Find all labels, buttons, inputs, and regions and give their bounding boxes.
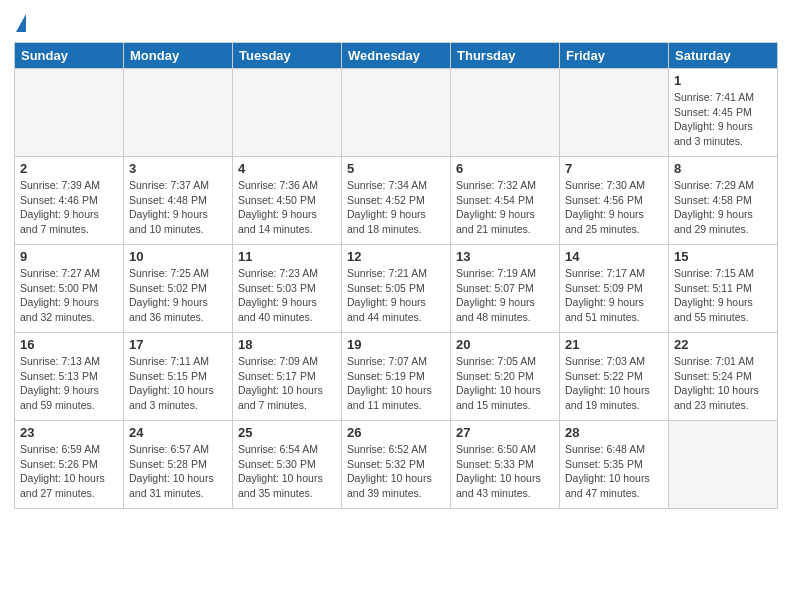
day-number: 14: [565, 249, 663, 264]
calendar-week-row: 1Sunrise: 7:41 AM Sunset: 4:45 PM Daylig…: [15, 69, 778, 157]
calendar-cell: 24Sunrise: 6:57 AM Sunset: 5:28 PM Dayli…: [124, 421, 233, 509]
calendar-cell: 21Sunrise: 7:03 AM Sunset: 5:22 PM Dayli…: [560, 333, 669, 421]
calendar-cell: 11Sunrise: 7:23 AM Sunset: 5:03 PM Dayli…: [233, 245, 342, 333]
day-info: Sunrise: 7:19 AM Sunset: 5:07 PM Dayligh…: [456, 266, 554, 325]
calendar-cell: 2Sunrise: 7:39 AM Sunset: 4:46 PM Daylig…: [15, 157, 124, 245]
weekday-header-thursday: Thursday: [451, 43, 560, 69]
calendar-cell: 25Sunrise: 6:54 AM Sunset: 5:30 PM Dayli…: [233, 421, 342, 509]
calendar-week-row: 9Sunrise: 7:27 AM Sunset: 5:00 PM Daylig…: [15, 245, 778, 333]
calendar-cell: [451, 69, 560, 157]
day-number: 23: [20, 425, 118, 440]
calendar-cell: 10Sunrise: 7:25 AM Sunset: 5:02 PM Dayli…: [124, 245, 233, 333]
day-number: 4: [238, 161, 336, 176]
day-number: 18: [238, 337, 336, 352]
day-info: Sunrise: 7:17 AM Sunset: 5:09 PM Dayligh…: [565, 266, 663, 325]
calendar-week-row: 2Sunrise: 7:39 AM Sunset: 4:46 PM Daylig…: [15, 157, 778, 245]
day-info: Sunrise: 7:34 AM Sunset: 4:52 PM Dayligh…: [347, 178, 445, 237]
calendar-cell: [233, 69, 342, 157]
day-number: 25: [238, 425, 336, 440]
calendar-cell: 13Sunrise: 7:19 AM Sunset: 5:07 PM Dayli…: [451, 245, 560, 333]
day-number: 6: [456, 161, 554, 176]
calendar-cell: [124, 69, 233, 157]
day-info: Sunrise: 7:30 AM Sunset: 4:56 PM Dayligh…: [565, 178, 663, 237]
calendar-cell: 3Sunrise: 7:37 AM Sunset: 4:48 PM Daylig…: [124, 157, 233, 245]
day-info: Sunrise: 7:15 AM Sunset: 5:11 PM Dayligh…: [674, 266, 772, 325]
calendar-cell: 12Sunrise: 7:21 AM Sunset: 5:05 PM Dayli…: [342, 245, 451, 333]
calendar-cell: 18Sunrise: 7:09 AM Sunset: 5:17 PM Dayli…: [233, 333, 342, 421]
day-info: Sunrise: 6:59 AM Sunset: 5:26 PM Dayligh…: [20, 442, 118, 501]
calendar-cell: 6Sunrise: 7:32 AM Sunset: 4:54 PM Daylig…: [451, 157, 560, 245]
calendar-week-row: 23Sunrise: 6:59 AM Sunset: 5:26 PM Dayli…: [15, 421, 778, 509]
calendar-cell: 5Sunrise: 7:34 AM Sunset: 4:52 PM Daylig…: [342, 157, 451, 245]
day-info: Sunrise: 7:05 AM Sunset: 5:20 PM Dayligh…: [456, 354, 554, 413]
day-info: Sunrise: 6:54 AM Sunset: 5:30 PM Dayligh…: [238, 442, 336, 501]
calendar-cell: [669, 421, 778, 509]
day-number: 5: [347, 161, 445, 176]
day-number: 24: [129, 425, 227, 440]
calendar-cell: 23Sunrise: 6:59 AM Sunset: 5:26 PM Dayli…: [15, 421, 124, 509]
calendar-cell: [15, 69, 124, 157]
day-info: Sunrise: 7:32 AM Sunset: 4:54 PM Dayligh…: [456, 178, 554, 237]
day-number: 17: [129, 337, 227, 352]
day-number: 26: [347, 425, 445, 440]
calendar-week-row: 16Sunrise: 7:13 AM Sunset: 5:13 PM Dayli…: [15, 333, 778, 421]
header: [14, 10, 778, 34]
day-number: 13: [456, 249, 554, 264]
day-info: Sunrise: 7:03 AM Sunset: 5:22 PM Dayligh…: [565, 354, 663, 413]
calendar-cell: 28Sunrise: 6:48 AM Sunset: 5:35 PM Dayli…: [560, 421, 669, 509]
day-number: 12: [347, 249, 445, 264]
day-info: Sunrise: 7:21 AM Sunset: 5:05 PM Dayligh…: [347, 266, 445, 325]
day-number: 15: [674, 249, 772, 264]
day-number: 21: [565, 337, 663, 352]
calendar-cell: 17Sunrise: 7:11 AM Sunset: 5:15 PM Dayli…: [124, 333, 233, 421]
calendar-cell: 1Sunrise: 7:41 AM Sunset: 4:45 PM Daylig…: [669, 69, 778, 157]
day-info: Sunrise: 7:29 AM Sunset: 4:58 PM Dayligh…: [674, 178, 772, 237]
day-info: Sunrise: 7:27 AM Sunset: 5:00 PM Dayligh…: [20, 266, 118, 325]
calendar-cell: [342, 69, 451, 157]
day-info: Sunrise: 6:48 AM Sunset: 5:35 PM Dayligh…: [565, 442, 663, 501]
day-info: Sunrise: 7:25 AM Sunset: 5:02 PM Dayligh…: [129, 266, 227, 325]
calendar-cell: 15Sunrise: 7:15 AM Sunset: 5:11 PM Dayli…: [669, 245, 778, 333]
day-number: 20: [456, 337, 554, 352]
day-number: 28: [565, 425, 663, 440]
day-number: 2: [20, 161, 118, 176]
day-info: Sunrise: 7:01 AM Sunset: 5:24 PM Dayligh…: [674, 354, 772, 413]
day-number: 8: [674, 161, 772, 176]
calendar-cell: 9Sunrise: 7:27 AM Sunset: 5:00 PM Daylig…: [15, 245, 124, 333]
calendar-cell: 19Sunrise: 7:07 AM Sunset: 5:19 PM Dayli…: [342, 333, 451, 421]
weekday-header-wednesday: Wednesday: [342, 43, 451, 69]
calendar-cell: 22Sunrise: 7:01 AM Sunset: 5:24 PM Dayli…: [669, 333, 778, 421]
calendar-cell: 27Sunrise: 6:50 AM Sunset: 5:33 PM Dayli…: [451, 421, 560, 509]
day-number: 16: [20, 337, 118, 352]
day-info: Sunrise: 6:50 AM Sunset: 5:33 PM Dayligh…: [456, 442, 554, 501]
calendar-cell: 4Sunrise: 7:36 AM Sunset: 4:50 PM Daylig…: [233, 157, 342, 245]
calendar-cell: 20Sunrise: 7:05 AM Sunset: 5:20 PM Dayli…: [451, 333, 560, 421]
calendar-cell: 7Sunrise: 7:30 AM Sunset: 4:56 PM Daylig…: [560, 157, 669, 245]
day-number: 7: [565, 161, 663, 176]
day-info: Sunrise: 7:09 AM Sunset: 5:17 PM Dayligh…: [238, 354, 336, 413]
calendar-cell: [560, 69, 669, 157]
day-info: Sunrise: 6:52 AM Sunset: 5:32 PM Dayligh…: [347, 442, 445, 501]
day-info: Sunrise: 7:37 AM Sunset: 4:48 PM Dayligh…: [129, 178, 227, 237]
calendar-cell: 14Sunrise: 7:17 AM Sunset: 5:09 PM Dayli…: [560, 245, 669, 333]
day-number: 1: [674, 73, 772, 88]
day-info: Sunrise: 7:39 AM Sunset: 4:46 PM Dayligh…: [20, 178, 118, 237]
calendar-cell: 8Sunrise: 7:29 AM Sunset: 4:58 PM Daylig…: [669, 157, 778, 245]
day-number: 11: [238, 249, 336, 264]
calendar-cell: 26Sunrise: 6:52 AM Sunset: 5:32 PM Dayli…: [342, 421, 451, 509]
day-info: Sunrise: 7:11 AM Sunset: 5:15 PM Dayligh…: [129, 354, 227, 413]
weekday-header-sunday: Sunday: [15, 43, 124, 69]
weekday-header-row: SundayMondayTuesdayWednesdayThursdayFrid…: [15, 43, 778, 69]
weekday-header-tuesday: Tuesday: [233, 43, 342, 69]
logo: [14, 14, 26, 34]
day-info: Sunrise: 7:36 AM Sunset: 4:50 PM Dayligh…: [238, 178, 336, 237]
weekday-header-friday: Friday: [560, 43, 669, 69]
calendar-table: SundayMondayTuesdayWednesdayThursdayFrid…: [14, 42, 778, 509]
day-info: Sunrise: 7:41 AM Sunset: 4:45 PM Dayligh…: [674, 90, 772, 149]
calendar-cell: 16Sunrise: 7:13 AM Sunset: 5:13 PM Dayli…: [15, 333, 124, 421]
day-number: 3: [129, 161, 227, 176]
day-info: Sunrise: 6:57 AM Sunset: 5:28 PM Dayligh…: [129, 442, 227, 501]
day-number: 22: [674, 337, 772, 352]
day-number: 19: [347, 337, 445, 352]
day-info: Sunrise: 7:23 AM Sunset: 5:03 PM Dayligh…: [238, 266, 336, 325]
